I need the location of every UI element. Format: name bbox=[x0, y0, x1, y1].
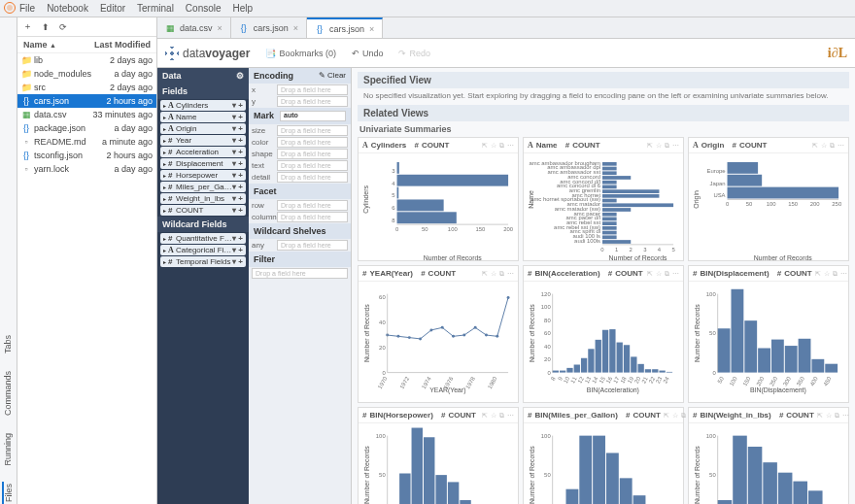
copy-icon[interactable]: ⧉ bbox=[499, 412, 504, 420]
file-row[interactable]: {}tsconfig.json2 hours ago bbox=[17, 149, 156, 162]
more-icon[interactable]: ⋯ bbox=[840, 270, 847, 278]
upload-icon[interactable]: ⬆ bbox=[42, 22, 50, 32]
file-row[interactable]: 📁node_modulesa day ago bbox=[17, 67, 156, 81]
more-icon[interactable]: ⋯ bbox=[507, 412, 514, 420]
field-pill[interactable]: ▸#Year▾ + bbox=[160, 135, 246, 146]
caret-icon[interactable]: ▸ bbox=[163, 207, 166, 214]
caret-icon[interactable]: ▸ bbox=[163, 102, 166, 109]
bookmark-icon[interactable]: ☆ bbox=[821, 142, 827, 150]
add-icons[interactable]: ▾ + bbox=[232, 124, 243, 133]
copy-icon[interactable]: ⧉ bbox=[499, 142, 504, 150]
data-header[interactable]: Data⚙ bbox=[157, 68, 249, 84]
shelf-drop[interactable]: Drop a field here bbox=[277, 172, 348, 183]
bookmark-icon[interactable]: ☆ bbox=[656, 142, 662, 150]
caret-icon[interactable]: ▸ bbox=[163, 258, 166, 265]
specify-icon[interactable]: ⇱ bbox=[817, 412, 823, 420]
copy-icon[interactable]: ⧉ bbox=[499, 270, 504, 278]
bookmarks-button[interactable]: 📑 Bookmarks (0) bbox=[265, 49, 336, 58]
close-icon[interactable]: × bbox=[218, 23, 222, 33]
more-icon[interactable]: ⋯ bbox=[842, 412, 849, 420]
add-icons[interactable]: ▾ + bbox=[232, 234, 243, 243]
menu-help[interactable]: Help bbox=[233, 3, 254, 14]
copy-icon[interactable]: ⧉ bbox=[681, 412, 686, 420]
document-tab[interactable]: {}cars.json× bbox=[231, 17, 307, 38]
file-row[interactable]: {}cars.json2 hours ago bbox=[17, 94, 156, 108]
caret-icon[interactable]: ▸ bbox=[163, 172, 166, 179]
add-icons[interactable]: ▾ + bbox=[232, 136, 243, 145]
shelf-drop[interactable]: Drop a field here bbox=[277, 149, 348, 159]
document-tab[interactable]: {}cars.json× bbox=[307, 17, 383, 38]
refresh-icon[interactable]: ⟳ bbox=[59, 22, 67, 32]
close-icon[interactable]: × bbox=[293, 23, 298, 33]
shelf-drop[interactable]: Drop a field here bbox=[277, 200, 348, 211]
file-row[interactable]: ▫yarn.locka day ago bbox=[17, 162, 156, 176]
add-icons[interactable]: ▾ + bbox=[232, 246, 243, 254]
field-pill[interactable]: ▸#Miles_per_Gallon▾ + bbox=[160, 182, 246, 192]
col-name[interactable]: Name ▲ bbox=[23, 40, 56, 50]
field-pill[interactable]: ▸#COUNT▾ + bbox=[160, 205, 246, 216]
caret-icon[interactable]: ▸ bbox=[163, 114, 166, 120]
add-icons[interactable]: ▾ + bbox=[232, 101, 243, 110]
file-row[interactable]: 📁lib2 days ago bbox=[17, 53, 156, 67]
bookmark-icon[interactable]: ☆ bbox=[826, 412, 832, 420]
field-pill[interactable]: ▸AName▾ + bbox=[160, 112, 246, 122]
menu-terminal[interactable]: Terminal bbox=[137, 3, 174, 14]
file-row[interactable]: ▫README.mda minute ago bbox=[17, 135, 156, 149]
field-pill[interactable]: ▸#Horsepower▾ + bbox=[160, 170, 246, 181]
menu-file[interactable]: File bbox=[19, 3, 35, 14]
close-icon[interactable]: × bbox=[369, 24, 374, 34]
field-pill[interactable]: ▸#Acceleration▾ + bbox=[160, 147, 246, 157]
copy-icon[interactable]: ⧉ bbox=[830, 142, 835, 150]
bookmark-icon[interactable]: ☆ bbox=[491, 142, 496, 150]
specify-icon[interactable]: ⇱ bbox=[647, 270, 653, 278]
add-icons[interactable]: ▾ + bbox=[232, 159, 243, 168]
document-tab[interactable]: ▦data.csv× bbox=[157, 17, 231, 38]
bookmark-icon[interactable]: ☆ bbox=[491, 270, 496, 278]
field-pill[interactable]: ▸#Displacement▾ + bbox=[160, 158, 246, 169]
file-row[interactable]: ▦data.csv33 minutes ago bbox=[17, 108, 156, 121]
menu-console[interactable]: Console bbox=[186, 3, 222, 14]
field-pill[interactable]: ▸ACylinders▾ + bbox=[160, 100, 246, 111]
shelf-drop[interactable]: Drop a field here bbox=[277, 212, 348, 222]
more-icon[interactable]: ⋯ bbox=[507, 142, 514, 150]
caret-icon[interactable]: ▸ bbox=[163, 247, 166, 253]
specify-icon[interactable]: ⇱ bbox=[812, 142, 818, 150]
field-pill[interactable]: ▸#Weight_in_lbs▾ + bbox=[160, 193, 246, 204]
tab-files[interactable]: Files bbox=[2, 482, 16, 504]
specify-icon[interactable]: ⇱ bbox=[647, 142, 653, 150]
menu-editor[interactable]: Editor bbox=[100, 3, 125, 14]
clear-button[interactable]: ✎ Clear bbox=[319, 71, 346, 81]
add-icons[interactable]: ▾ + bbox=[232, 183, 243, 191]
more-icon[interactable]: ⋯ bbox=[507, 270, 514, 278]
file-row[interactable]: 📁src2 days ago bbox=[17, 81, 156, 94]
add-icons[interactable]: ▾ + bbox=[232, 194, 243, 203]
caret-icon[interactable]: ▸ bbox=[163, 125, 166, 132]
more-icon[interactable]: ⋯ bbox=[672, 270, 679, 278]
copy-icon[interactable]: ⧉ bbox=[665, 270, 669, 278]
caret-icon[interactable]: ▸ bbox=[163, 195, 166, 202]
specify-icon[interactable]: ⇱ bbox=[482, 142, 488, 150]
tab-running[interactable]: Running bbox=[3, 431, 15, 468]
add-icons[interactable]: ▾ + bbox=[232, 206, 243, 215]
tab-tabs[interactable]: Tabs bbox=[3, 333, 15, 355]
gear-icon[interactable]: ⚙ bbox=[236, 71, 244, 81]
redo-button[interactable]: ↷ Redo bbox=[398, 49, 430, 58]
more-icon[interactable]: ⋯ bbox=[672, 142, 679, 150]
col-modified[interactable]: Last Modified bbox=[94, 40, 151, 50]
caret-icon[interactable]: ▸ bbox=[163, 235, 166, 242]
bookmark-icon[interactable]: ☆ bbox=[656, 270, 662, 278]
caret-icon[interactable]: ▸ bbox=[163, 149, 166, 155]
new-icon[interactable]: ＋ bbox=[23, 20, 32, 33]
field-pill[interactable]: ▸ACategorical Fields▾ + bbox=[160, 245, 246, 255]
add-icons[interactable]: ▾ + bbox=[232, 148, 243, 156]
shelf-drop[interactable]: Drop a field here bbox=[277, 240, 348, 251]
bookmark-icon[interactable]: ☆ bbox=[491, 412, 496, 420]
shelf-drop[interactable]: Drop a field here bbox=[277, 137, 348, 148]
menu-notebook[interactable]: Notebook bbox=[47, 3, 88, 14]
tab-commands[interactable]: Commands bbox=[3, 369, 15, 418]
copy-icon[interactable]: ⧉ bbox=[833, 270, 838, 278]
file-row[interactable]: {}package.jsona day ago bbox=[17, 121, 156, 135]
add-icons[interactable]: ▾ + bbox=[232, 171, 243, 180]
caret-icon[interactable]: ▸ bbox=[163, 160, 166, 167]
specify-icon[interactable]: ⇱ bbox=[815, 270, 821, 278]
